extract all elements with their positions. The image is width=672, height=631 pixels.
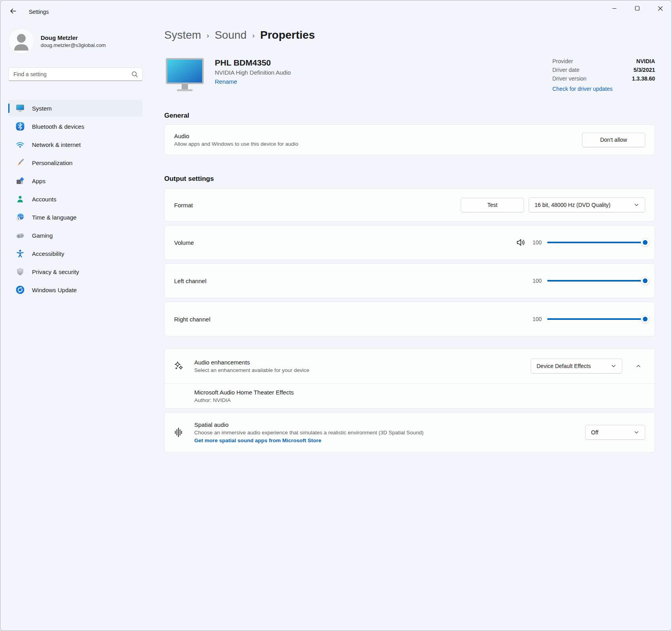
spatial-audio-dropdown[interactable]: Off <box>585 425 645 440</box>
audio-enhancements-description: Select an enhancement available for your… <box>194 367 309 373</box>
monitor-icon <box>15 103 25 113</box>
close-button[interactable] <box>649 0 672 16</box>
waveform-bars-icon <box>174 427 184 438</box>
search-input[interactable] <box>13 71 131 77</box>
breadcrumb: System › Sound › Properties <box>164 29 655 41</box>
left-channel-value: 100 <box>533 278 542 284</box>
device-name: PHL BDM4350 <box>215 58 291 68</box>
sidebar-item-system[interactable]: System <box>8 100 143 116</box>
audio-enhancements-card: Audio enhancements Select an enhancement… <box>164 348 655 409</box>
audio-description: Allow apps and Windows to use this devic… <box>174 141 298 147</box>
profile-email: doug.metzler@s3global.com <box>41 42 106 48</box>
sidebar-item-time-language[interactable]: Time & language <box>8 209 143 225</box>
sidebar-item-label: Apps <box>32 178 45 184</box>
enhancement-item-author: Author: NVIDIA <box>194 397 655 403</box>
maximize-button[interactable] <box>626 0 649 16</box>
collapse-expander-button[interactable] <box>632 359 645 373</box>
enhancements-dropdown-value: Device Default Effects <box>537 363 591 369</box>
sidebar-item-bluetooth-devices[interactable]: Bluetooth & devices <box>8 118 143 135</box>
search-icon[interactable] <box>131 71 138 78</box>
back-button[interactable] <box>6 5 20 19</box>
breadcrumb-sound[interactable]: Sound <box>215 29 247 41</box>
search-box[interactable] <box>8 68 143 81</box>
chevron-up-icon <box>636 363 641 369</box>
format-dropdown[interactable]: 16 bit, 48000 Hz (DVD Quality) <box>529 197 645 212</box>
breadcrumb-separator: › <box>252 31 255 40</box>
minimize-button[interactable] <box>603 0 626 16</box>
enhancement-item-row: Microsoft Audio Home Theater Effects Aut… <box>165 384 655 408</box>
breadcrumb-system[interactable]: System <box>164 29 201 41</box>
volume-card: Volume 100 <box>164 225 655 260</box>
sidebar-item-label: Gaming <box>32 232 53 239</box>
output-settings-heading: Output settings <box>164 175 655 183</box>
accessibility-icon <box>15 249 25 258</box>
format-dropdown-value: 16 bit, 48000 Hz (DVD Quality) <box>535 202 610 208</box>
sidebar-item-label: Time & language <box>32 214 77 221</box>
volume-slider[interactable] <box>547 242 645 243</box>
right-channel-slider[interactable] <box>547 318 645 320</box>
driver-row: Provider NVIDIA <box>552 58 655 64</box>
spatial-audio-card: Spatial audio Choose an immersive audio … <box>164 412 655 453</box>
close-icon <box>658 6 663 11</box>
volume-label: Volume <box>174 239 194 246</box>
window-title: Settings <box>29 9 49 15</box>
profile[interactable]: Doug Metzler doug.metzler@s3global.com <box>8 28 143 54</box>
check-driver-updates-link[interactable]: Check for driver updates <box>552 86 613 92</box>
chevron-down-icon <box>629 430 639 435</box>
audio-enhancements-title: Audio enhancements <box>194 359 309 366</box>
driver-info: Provider NVIDIA Driver date 5/3/2021 Dri… <box>552 58 655 92</box>
selected-indicator <box>8 103 9 113</box>
sidebar-item-network-internet[interactable]: Network & internet <box>8 136 143 153</box>
spatial-audio-dropdown-value: Off <box>591 429 598 436</box>
back-arrow-icon <box>9 7 17 17</box>
sidebar-item-accounts[interactable]: Accounts <box>8 191 143 207</box>
driver-value: NVIDIA <box>636 58 655 64</box>
gamepad-icon <box>15 231 25 240</box>
maximize-icon <box>635 6 640 11</box>
sidebar-item-apps[interactable]: Apps <box>8 173 143 189</box>
left-channel-slider[interactable] <box>547 280 645 282</box>
dont-allow-button[interactable]: Don't allow <box>582 133 645 147</box>
sidebar-item-windows-update[interactable]: Windows Update <box>8 282 143 298</box>
sidebar-item-label: Network & internet <box>32 141 81 148</box>
sidebar-item-gaming[interactable]: Gaming <box>8 227 143 244</box>
driver-label: Provider <box>552 58 573 64</box>
slider-thumb[interactable] <box>641 276 649 285</box>
sidebar-item-accessibility[interactable]: Accessibility <box>8 245 143 262</box>
driver-label: Driver date <box>552 67 579 73</box>
right-channel-value: 100 <box>533 316 542 322</box>
sidebar-item-label: Accessibility <box>32 250 64 257</box>
person-silhouette-icon <box>9 28 34 54</box>
slider-thumb[interactable] <box>641 315 649 323</box>
update-icon <box>15 285 25 295</box>
general-heading: General <box>164 112 655 120</box>
sidebar-item-privacy-security[interactable]: Privacy & security <box>8 263 143 280</box>
shield-icon <box>15 267 25 276</box>
test-button[interactable]: Test <box>461 198 524 212</box>
spatial-audio-title: Spatial audio <box>194 421 424 428</box>
slider-thumb[interactable] <box>641 238 649 247</box>
driver-value: 1.3.38.60 <box>632 75 655 82</box>
right-channel-card: Right channel 100 <box>164 302 655 336</box>
sidebar-item-personalization[interactable]: Personalization <box>8 154 143 171</box>
audio-enhancements-row: Audio enhancements Select an enhancement… <box>165 349 655 383</box>
sparkles-icon <box>174 361 184 371</box>
sidebar-nav: System Bluetooth & devices <box>8 100 143 298</box>
enhancements-dropdown[interactable]: Device Default Effects <box>531 359 622 374</box>
wifi-icon <box>15 140 25 149</box>
driver-value: 5/3/2021 <box>634 67 655 73</box>
spatial-store-link[interactable]: Get more spatial sound apps from Microso… <box>194 438 424 443</box>
person-icon <box>15 194 25 204</box>
format-label: Format <box>174 202 193 208</box>
breadcrumb-properties: Properties <box>260 29 315 41</box>
driver-row: Driver date 5/3/2021 <box>552 67 655 73</box>
profile-name: Doug Metzler <box>41 34 106 41</box>
slider-fill <box>547 242 645 243</box>
clock-globe-icon <box>15 212 25 222</box>
spatial-audio-description: Choose an immersive audio experience tha… <box>194 430 424 436</box>
speaker-icon[interactable] <box>516 238 526 247</box>
caption-buttons <box>603 0 672 16</box>
main-content: System › Sound › Properties P <box>150 23 672 631</box>
rename-link[interactable]: Rename <box>215 78 237 85</box>
format-card: Format Test 16 bit, 48000 Hz (DVD Qualit… <box>164 188 655 222</box>
